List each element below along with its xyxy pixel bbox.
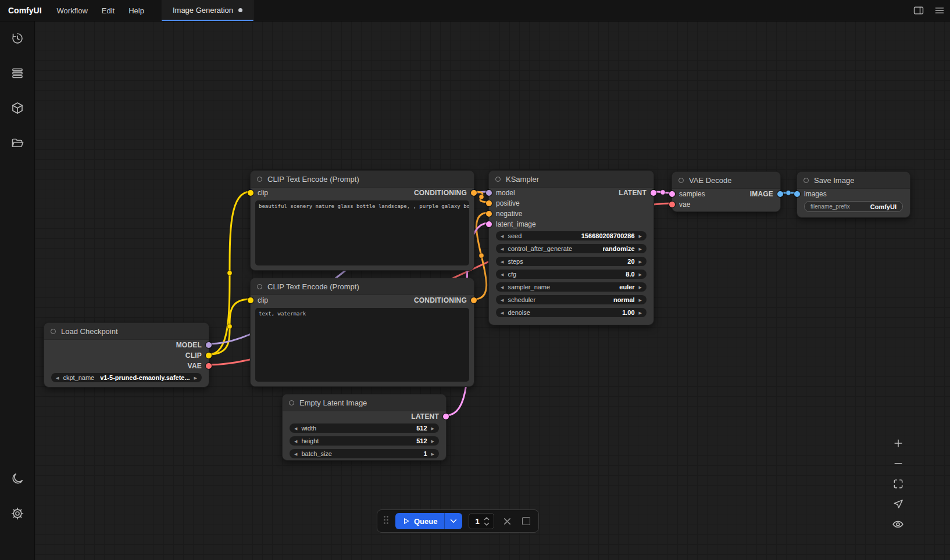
node-empty-latent-image[interactable]: Empty Latent Image LATENT width 512 heig… bbox=[282, 394, 447, 461]
node-header[interactable]: KSampler bbox=[489, 171, 653, 188]
zoom-in-icon[interactable] bbox=[891, 436, 905, 450]
toggle-link-visibility-eye-icon[interactable] bbox=[891, 518, 905, 531]
menu-edit[interactable]: Edit bbox=[95, 6, 122, 15]
menu-help[interactable]: Help bbox=[122, 6, 151, 15]
prev-arrow-icon[interactable] bbox=[56, 376, 59, 380]
widget-scheduler[interactable]: scheduler normal bbox=[496, 295, 647, 304]
increment-arrow-icon[interactable] bbox=[639, 311, 642, 315]
prev-arrow-icon[interactable] bbox=[501, 247, 503, 251]
node-header[interactable]: Empty Latent Image bbox=[283, 394, 446, 411]
node-vae-decode[interactable]: VAE Decode samples IMAGE vae bbox=[672, 171, 781, 212]
collapse-icon[interactable] bbox=[257, 284, 262, 289]
node-header[interactable]: CLIP Text Encode (Prompt) bbox=[251, 278, 474, 295]
toggle-panel-icon[interactable] bbox=[908, 0, 929, 21]
port-positive-input[interactable] bbox=[486, 200, 492, 206]
port-image-output[interactable] bbox=[777, 191, 783, 197]
stepper-down-icon[interactable] bbox=[484, 522, 490, 526]
port-clip-input[interactable] bbox=[248, 297, 253, 303]
prompt-textarea[interactable]: text, watermark bbox=[255, 308, 469, 382]
increment-arrow-icon[interactable] bbox=[639, 234, 642, 238]
collapse-icon[interactable] bbox=[803, 178, 809, 183]
node-header[interactable]: VAE Decode bbox=[672, 172, 780, 189]
increment-arrow-icon[interactable] bbox=[431, 439, 434, 443]
node-header[interactable]: Save Image bbox=[797, 172, 910, 189]
port-vae-output[interactable] bbox=[206, 363, 212, 369]
port-conditioning-output[interactable] bbox=[471, 190, 477, 196]
prev-arrow-icon[interactable] bbox=[501, 298, 503, 302]
prev-arrow-icon[interactable] bbox=[501, 285, 503, 289]
port-images-input[interactable] bbox=[794, 191, 800, 197]
next-arrow-icon[interactable] bbox=[639, 298, 642, 302]
widget-height[interactable]: height 512 bbox=[290, 436, 439, 446]
port-clip-input[interactable] bbox=[248, 190, 253, 196]
node-clip-text-encode-positive[interactable]: CLIP Text Encode (Prompt) clip CONDITION… bbox=[250, 170, 474, 271]
fit-view-icon[interactable] bbox=[891, 477, 905, 490]
tab-image-generation[interactable]: Image Generation bbox=[162, 0, 253, 21]
port-latent-output[interactable] bbox=[651, 190, 656, 196]
port-model-input[interactable] bbox=[486, 190, 492, 196]
hamburger-menu-icon[interactable] bbox=[929, 0, 950, 21]
prompt-textarea[interactable]: beautiful scenery nature glass bottle la… bbox=[255, 200, 469, 265]
widget-sampler-name[interactable]: sampler_name euler bbox=[496, 282, 647, 292]
widget-batch-size[interactable]: batch_size 1 bbox=[290, 449, 439, 458]
theme-toggle-moon-icon[interactable] bbox=[6, 467, 29, 490]
node-header[interactable]: Load Checkpoint bbox=[44, 323, 209, 340]
port-latent-input[interactable] bbox=[486, 221, 492, 227]
decrement-arrow-icon[interactable] bbox=[501, 234, 503, 238]
node-header[interactable]: CLIP Text Encode (Prompt) bbox=[251, 171, 474, 188]
clear-queue-icon[interactable] bbox=[520, 515, 533, 527]
increment-arrow-icon[interactable] bbox=[431, 426, 434, 430]
zoom-out-icon[interactable] bbox=[891, 457, 905, 470]
workflows-folder-icon[interactable] bbox=[6, 131, 29, 155]
next-arrow-icon[interactable] bbox=[639, 285, 642, 289]
queue-run-button[interactable]: Queue bbox=[395, 513, 444, 529]
settings-gear-icon[interactable] bbox=[6, 502, 29, 525]
cancel-run-icon[interactable] bbox=[501, 515, 513, 527]
port-conditioning-output[interactable] bbox=[471, 297, 477, 303]
increment-arrow-icon[interactable] bbox=[639, 260, 642, 264]
drag-handle-icon[interactable] bbox=[383, 515, 389, 527]
port-latent-output[interactable] bbox=[443, 414, 449, 419]
history-icon[interactable] bbox=[6, 27, 29, 50]
queue-options-caret[interactable] bbox=[444, 513, 462, 529]
port-negative-input[interactable] bbox=[486, 211, 492, 217]
widget-ckpt-name[interactable]: ckpt_name v1-5-pruned-emaonly.safete... bbox=[51, 373, 202, 382]
batch-count-stepper[interactable]: 1 bbox=[469, 513, 494, 529]
collapse-icon[interactable] bbox=[289, 400, 294, 405]
node-load-checkpoint[interactable]: Load Checkpoint MODEL CLIP VAE ckpt_name… bbox=[44, 322, 209, 387]
collapse-icon[interactable] bbox=[257, 177, 262, 182]
model-library-icon[interactable] bbox=[6, 96, 29, 120]
menu-workflow[interactable]: Workflow bbox=[50, 6, 95, 15]
port-model-output[interactable] bbox=[206, 342, 212, 348]
decrement-arrow-icon[interactable] bbox=[501, 272, 503, 277]
decrement-arrow-icon[interactable] bbox=[294, 439, 297, 443]
collapse-icon[interactable] bbox=[678, 178, 684, 183]
port-clip-output[interactable] bbox=[206, 353, 212, 358]
increment-arrow-icon[interactable] bbox=[431, 452, 434, 456]
node-clip-text-encode-negative[interactable]: CLIP Text Encode (Prompt) clip CONDITION… bbox=[250, 278, 474, 387]
node-save-image[interactable]: Save Image images filename_prefix ComfyU… bbox=[797, 171, 910, 218]
widget-width[interactable]: width 512 bbox=[290, 423, 439, 433]
select-mode-icon[interactable] bbox=[891, 497, 905, 511]
increment-arrow-icon[interactable] bbox=[639, 272, 642, 277]
decrement-arrow-icon[interactable] bbox=[294, 452, 297, 456]
node-library-icon[interactable] bbox=[6, 62, 29, 85]
port-vae-input[interactable] bbox=[669, 202, 675, 207]
next-arrow-icon[interactable] bbox=[639, 247, 642, 251]
collapse-icon[interactable] bbox=[495, 177, 501, 182]
decrement-arrow-icon[interactable] bbox=[501, 260, 503, 264]
decrement-arrow-icon[interactable] bbox=[501, 311, 503, 315]
widget-denoise[interactable]: denoise 1.00 bbox=[496, 308, 647, 317]
collapse-icon[interactable] bbox=[51, 329, 56, 334]
stepper-up-icon[interactable] bbox=[484, 517, 490, 520]
node-ksampler[interactable]: KSampler model LATENT positive negative … bbox=[488, 170, 654, 325]
widget-control-after-generate[interactable]: control_after_generate randomize bbox=[496, 244, 647, 253]
port-samples-input[interactable] bbox=[669, 191, 675, 197]
decrement-arrow-icon[interactable] bbox=[294, 426, 297, 430]
widget-steps[interactable]: steps 20 bbox=[496, 257, 647, 266]
widget-seed[interactable]: seed 156680208700286 bbox=[496, 231, 647, 240]
node-graph-canvas[interactable]: Load Checkpoint MODEL CLIP VAE ckpt_name… bbox=[35, 21, 950, 560]
widget-filename-prefix[interactable]: filename_prefix ComfyUI bbox=[804, 201, 903, 212]
next-arrow-icon[interactable] bbox=[194, 376, 197, 380]
widget-cfg[interactable]: cfg 8.0 bbox=[496, 270, 647, 279]
